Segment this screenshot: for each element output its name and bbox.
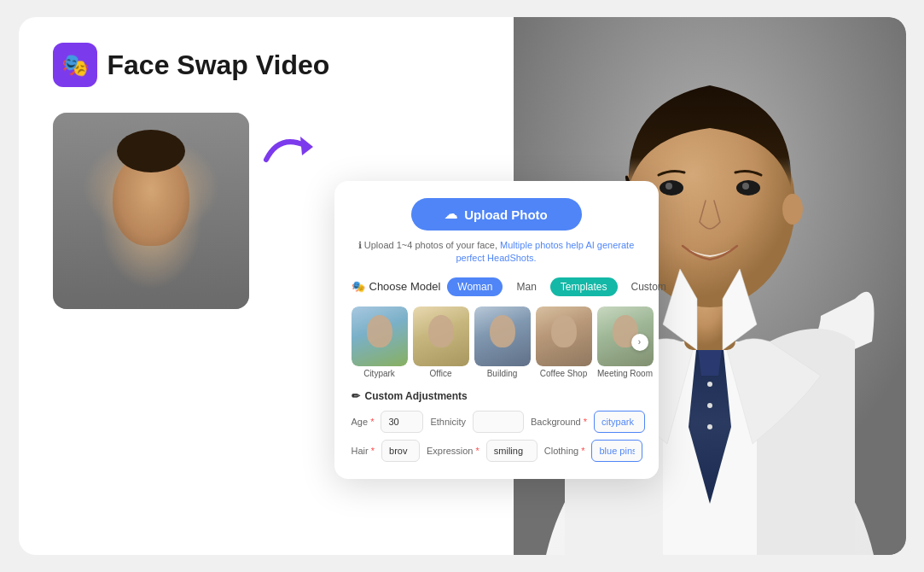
thumb-label-building: Building: [474, 369, 531, 378]
thumb-label-coffeeshop: Coffee Shop: [536, 369, 592, 378]
input-age[interactable]: [381, 411, 423, 433]
panel-card: ☁ Upload Photo ℹ Upload 1~4 photos of yo…: [334, 181, 659, 479]
svg-point-11: [782, 194, 803, 225]
thumb-label-office: Office: [413, 369, 469, 378]
model-images: Citypark Office Building: [352, 306, 642, 378]
input-clothing[interactable]: [591, 440, 642, 462]
model-row: 🎭 Choose Model Woman Man Templates Custo…: [352, 277, 642, 296]
model-icon: 🎭: [352, 280, 365, 293]
photos-row: ☁ Upload Photo ℹ Upload 1~4 photos of yo…: [53, 113, 479, 309]
svg-point-12: [707, 382, 712, 387]
svg-point-13: [707, 403, 712, 408]
source-photo: [53, 113, 249, 309]
svg-point-14: [707, 424, 712, 429]
label-hair: Hair *: [352, 446, 375, 456]
arrow-icon: [258, 113, 326, 181]
arrow-container: [258, 113, 326, 207]
svg-marker-0: [300, 137, 313, 155]
thumb-label-citypark: Citypark: [352, 369, 408, 378]
thumb-citypark[interactable]: Citypark: [352, 306, 408, 378]
main-card: 🎭 Face Swap Video ☁ Uploa: [19, 17, 906, 555]
tab-man[interactable]: Man: [506, 277, 546, 296]
upload-cloud-icon: ☁: [445, 207, 457, 222]
model-label: 🎭 Choose Model: [352, 280, 441, 293]
label-age: Age *: [352, 417, 375, 427]
form-row-2: Hair * Expression * Clothing *: [352, 440, 642, 462]
mask-icon: 🎭: [61, 52, 89, 79]
input-ethnicity[interactable]: [473, 411, 524, 433]
thumb-coffeeshop[interactable]: Coffee Shop: [536, 306, 592, 378]
model-images-container: Citypark Office Building: [352, 306, 642, 378]
input-hair[interactable]: [381, 440, 420, 462]
tab-woman[interactable]: Woman: [447, 277, 503, 296]
svg-point-8: [665, 183, 672, 190]
tab-custom[interactable]: Custom: [621, 277, 677, 296]
chevron-right-icon[interactable]: ›: [631, 334, 648, 351]
input-background[interactable]: [594, 411, 645, 433]
model-tabs: Woman Man Templates Custom: [447, 277, 677, 296]
left-section: 🎭 Face Swap Video ☁ Uploa: [19, 17, 514, 555]
tab-templates[interactable]: Templates: [550, 277, 618, 296]
svg-point-9: [742, 183, 749, 190]
thumb-office[interactable]: Office: [413, 306, 469, 378]
input-expression[interactable]: [486, 440, 538, 462]
label-expression: Expression *: [427, 446, 479, 456]
thumb-label-meetingroom: Meeting Room: [597, 369, 654, 378]
label-ethnicity: Ethnicity: [430, 417, 466, 427]
app-header: 🎭 Face Swap Video: [53, 43, 479, 87]
label-clothing: Clothing *: [544, 446, 585, 456]
adjustments-icon: ✏: [352, 390, 360, 402]
upload-hint: ℹ Upload 1~4 photos of your face, Multip…: [352, 239, 642, 266]
source-face: [53, 113, 249, 309]
app-title: Face Swap Video: [108, 50, 330, 81]
custom-adjustments-header: ✏ Custom Adjustments: [352, 390, 642, 402]
form-row-1: Age * Ethnicity Background *: [352, 411, 642, 433]
label-background: Background *: [531, 417, 587, 427]
app-icon: 🎭: [53, 43, 97, 87]
thumb-building[interactable]: Building: [474, 306, 531, 378]
upload-button[interactable]: ☁ Upload Photo: [411, 198, 582, 231]
